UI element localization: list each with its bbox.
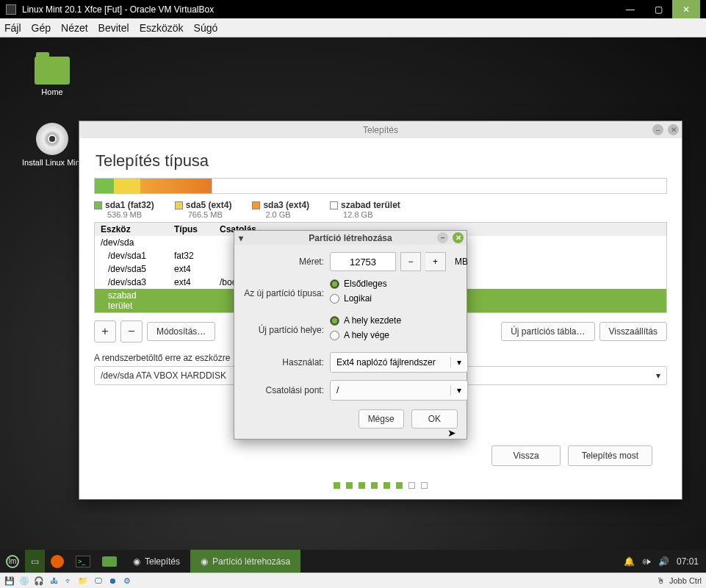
vbox-menu-input[interactable]: Bevitel [98,22,129,34]
volume-icon[interactable]: 🔊 [658,556,669,567]
vbox-app-icon [6,4,16,15]
legend-name: sda1 (fat32) [105,200,154,210]
vbox-optical-icon[interactable]: 💿 [19,576,29,586]
installer-close-button[interactable]: ✕ [668,124,679,135]
vbox-shared-folders-icon[interactable]: 📁 [78,576,88,586]
size-input[interactable] [330,252,396,271]
taskbar-item-installer[interactable]: ◉ Telepítés [123,550,190,573]
disc-icon: ◉ [201,556,208,567]
install-now-button[interactable]: Telepítés most [568,445,652,466]
revert-button[interactable]: Visszaállítás [599,322,667,341]
taskbar-clock[interactable]: 07:01 [677,556,699,567]
size-decrement-button[interactable]: − [400,252,421,271]
partition-type-label: Az új partíció típusa: [243,288,330,298]
vbox-maximize-button[interactable]: ▢ [644,0,672,18]
vbox-hdd-icon[interactable]: 💾 [4,576,15,586]
size-label: Méret: [243,257,330,267]
dialog-title-text: Partíció létrehozása [309,233,392,243]
taskbar-item-create-partition[interactable]: ◉ Partíció létrehozása [190,550,300,573]
new-partition-table-button[interactable]: Új partíciós tábla… [501,322,594,341]
firefox-launcher[interactable] [45,550,70,573]
vbox-window-title: Linux Mint 20.1 Xfce [Fut] - Oracle VM V… [22,4,214,15]
vbox-mouse-integration-icon[interactable]: 🖱 [657,576,665,585]
vbox-menu-devices[interactable]: Eszközök [140,22,184,34]
disc-icon: ◉ [133,556,140,567]
vbox-menu-help[interactable]: Súgó [194,22,218,34]
mount-point-label: Csatolási pont: [243,385,330,395]
use-as-value: Ext4 naplózó fájlrendszer [336,357,436,368]
dialog-titlebar[interactable]: ▾ Partíció létrehozása – ✕ [234,231,467,245]
desktop-icon-install[interactable]: Install Linux Mint [22,123,82,167]
size-increment-button[interactable]: + [425,252,446,271]
network-icon[interactable]: 🕪 [642,556,651,567]
partition-location-beginning[interactable]: A hely kezdete [330,315,468,326]
start-menu-button[interactable]: lm [0,550,25,573]
vbox-menu-view[interactable]: Nézet [61,22,88,34]
installer-minimize-button[interactable]: – [652,124,663,135]
vbox-close-button[interactable]: ✕ [672,0,700,18]
installer-title-text: Telepítés [363,125,398,135]
desktop-icon-home[interactable]: Home [22,57,82,96]
vbox-cpu-icon[interactable]: ⚙ [122,576,132,586]
mount-point-select[interactable]: / ▾ [330,380,468,401]
taskbar-item-label: Telepítés [145,556,180,567]
legend-name: sda3 (ext4) [263,200,309,210]
add-partition-button[interactable]: + [94,320,116,343]
disc-icon [36,123,68,155]
partition-type-primary[interactable]: Elsődleges [330,279,468,289]
use-as-select[interactable]: Ext4 naplózó fájlrendszer ▾ [330,352,468,373]
use-as-label: Használat: [243,357,330,368]
terminal-launcher[interactable]: >_ [70,550,96,573]
vbox-statusbar: 💾 💿 🎧 🖧 ᯤ 📁 🖵 ⏺ ⚙ 🖱 Jobb Ctrl [0,573,706,588]
partition-bar [94,178,667,194]
filemanager-launcher[interactable] [96,550,123,573]
cancel-button[interactable]: Mégse [359,409,404,429]
taskbar-item-label: Partíció létrehozása [212,556,290,567]
partition-location-end[interactable]: A hely vége [330,330,468,340]
size-unit: MB [455,257,468,267]
vbox-display-icon[interactable]: 🖵 [93,576,103,586]
legend-size: 536.9 MB [107,210,154,219]
vbox-minimize-button[interactable]: — [616,0,644,18]
partition-legend: sda1 (fat32)536.9 MB sda5 (ext4)766.5 MB… [94,200,667,219]
vbox-titlebar: Linux Mint 20.1 Xfce [Fut] - Oracle VM V… [0,0,706,18]
bootloader-value: /dev/sda ATA VBOX HARDDISK [101,370,226,381]
table-header-device: Eszköz [95,223,168,236]
installer-heading: Telepítés típusa [79,138,682,178]
guest-taskbar: lm ▭ >_ ◉ Telepítés ◉ Partíció létrehozá… [0,550,706,573]
show-desktop-button[interactable]: ▭ [25,550,45,573]
vbox-hostkey-label: Jobb Ctrl [669,576,702,585]
dialog-minimize-button[interactable]: – [437,232,448,243]
vbox-network-icon[interactable]: 🖧 [48,576,59,586]
chevron-down-icon: ▾ [450,357,461,368]
change-partition-button[interactable]: Módosítás… [147,322,215,341]
remove-partition-button[interactable]: − [120,320,143,343]
notification-bell-icon[interactable]: 🔔 [624,556,635,567]
desktop-icon-label: Install Linux Mint [22,158,82,167]
legend-name: sda5 (ext4) [186,200,232,210]
vbox-usb-icon[interactable]: ᯤ [63,576,73,586]
chevron-down-icon: ▾ [450,385,461,395]
partition-type-logical[interactable]: Logikai [330,293,468,304]
legend-size: 2.0 GB [265,210,309,219]
mount-point-value: / [336,385,339,395]
legend-name: szabad terület [341,200,400,210]
chevron-down-icon: ▾ [239,233,243,243]
chevron-down-icon: ▾ [656,370,660,381]
desktop-icon-label: Home [41,87,62,96]
guest-desktop: Home Install Linux Mint Telepítés – ✕ Te… [0,37,706,573]
vbox-menu-machine[interactable]: Gép [32,22,51,34]
dialog-close-button[interactable]: ✕ [453,232,464,243]
installer-titlebar[interactable]: Telepítés – ✕ [79,121,682,138]
vbox-menu-file[interactable]: Fájl [4,22,21,34]
vbox-menubar: Fájl Gép Nézet Bevitel Eszközök Súgó [0,18,706,37]
vbox-audio-icon[interactable]: 🎧 [34,576,44,586]
back-button[interactable]: Vissza [491,445,560,466]
progress-dots [94,469,667,492]
ok-button[interactable]: OK [411,409,458,429]
legend-size: 766.5 MB [188,210,232,219]
vbox-recording-icon[interactable]: ⏺ [107,576,118,586]
table-header-type: Típus [168,223,214,236]
legend-size: 12.8 GB [343,210,400,219]
folder-icon [35,57,70,85]
